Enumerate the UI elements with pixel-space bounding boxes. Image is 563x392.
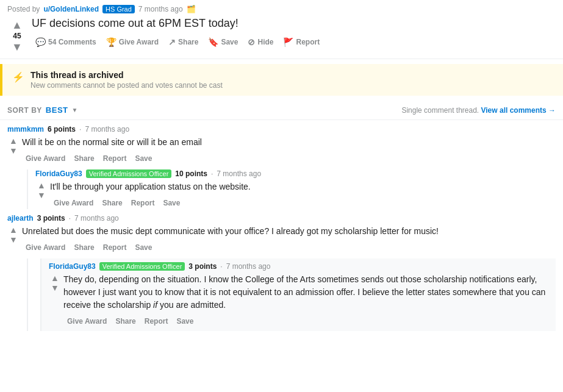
report-button[interactable]: Report (99, 152, 131, 165)
comment-points: 6 points (48, 125, 76, 134)
comment-content: It'll be through your application status… (50, 180, 556, 209)
commenter-username[interactable]: mmmkmm (7, 125, 44, 134)
share-button[interactable]: ↗ Share (165, 35, 202, 49)
comment-downvote-button[interactable]: ▼ (37, 190, 46, 200)
commenter-username[interactable]: ajlearth (7, 214, 34, 223)
comments-button[interactable]: 💬 54 Comments (32, 35, 100, 49)
comment-text: It'll be through your application status… (50, 180, 556, 193)
comment-upvote-button[interactable]: ▲ (9, 225, 18, 235)
award-icon: 🏆 (106, 37, 117, 47)
comment-points: 3 points (37, 214, 65, 223)
sort-by-label: SORT BY (7, 106, 42, 115)
comment-actions: Give Award Share Report Save (63, 315, 556, 327)
sort-left: SORT BY BEST ▼ (7, 105, 78, 115)
save-icon: 🗂️ (187, 5, 196, 13)
comment-separator: · (211, 169, 213, 178)
comment-vote: ▲ ▼ (49, 273, 61, 327)
comment-time: 7 months ago (85, 125, 129, 134)
comment-header: FloridaGuy83 Verified Admissions Officer… (35, 169, 556, 178)
commenter-username[interactable]: FloridaGuy83 (49, 262, 96, 271)
comment-points: 10 points (175, 169, 207, 178)
verified-badge: Verified Admissions Officer (99, 262, 185, 271)
post-title: UF decisions come out at 6PM EST today! (32, 17, 556, 30)
post-author[interactable]: u/GoldenLinked (43, 5, 99, 13)
comment-content: They do, depending on the situation. I k… (63, 273, 556, 327)
share-button[interactable]: Share (70, 241, 98, 254)
comment-actions: Give Award Share Report Save (22, 152, 556, 165)
share-button[interactable]: Share (98, 197, 126, 209)
comment-text: Unrelated but does the music dept commun… (22, 225, 556, 238)
sort-value[interactable]: BEST (46, 105, 68, 115)
comments-section: mmmkmm 6 points · 7 months ago ▲ ▼ Will … (0, 120, 563, 341)
post-upvote-button[interactable]: ▲ (10, 18, 24, 32)
comment-thread: FloridaGuy83 Verified Admissions Officer… (27, 258, 556, 331)
save-button[interactable]: Save (131, 152, 156, 165)
report-button[interactable]: Report (99, 241, 131, 254)
comment-vote: ▲ ▼ (35, 180, 48, 209)
hide-button[interactable]: ⊘ Hide (244, 35, 277, 49)
commenter-username[interactable]: FloridaGuy83 (35, 169, 82, 178)
save-label: Save (221, 38, 238, 46)
comment-content: Will it be on the normal site or will it… (22, 136, 556, 209)
comment-body: ▲ ▼ Unrelated but does the music dept co… (7, 225, 556, 331)
comment-time: 7 months ago (74, 214, 119, 223)
comment-actions: Give Award Share Report Save (50, 197, 556, 209)
nested-comment: FloridaGuy83 Verified Admissions Officer… (35, 169, 556, 209)
report-button[interactable]: 🚩 Report (279, 35, 323, 49)
comment: mmmkmm 6 points · 7 months ago ▲ ▼ Will … (7, 125, 556, 209)
comments-label: 54 Comments (48, 38, 96, 46)
save-button[interactable]: Save (131, 241, 156, 254)
give-award-button[interactable]: Give Award (50, 197, 97, 209)
comment-separator: · (69, 214, 71, 223)
give-award-label: Give Award (119, 38, 159, 46)
comment-time: 7 months ago (226, 262, 271, 271)
comment-header: ajlearth 3 points · 7 months ago (7, 214, 556, 223)
save-icon: 🔖 (208, 37, 218, 47)
view-all-comments-link[interactable]: View all comments → (481, 106, 556, 115)
give-award-button[interactable]: Give Award (22, 241, 69, 254)
comment-upvote-button[interactable]: ▲ (37, 180, 46, 190)
comment-upvote-button[interactable]: ▲ (9, 136, 18, 146)
give-award-button[interactable]: 🏆 Give Award (102, 35, 162, 49)
comment-body: ▲ ▼ They do, depending on the situation.… (49, 273, 556, 327)
comment-vote: ▲ ▼ (7, 225, 20, 331)
comment-header: mmmkmm 6 points · 7 months ago (7, 125, 556, 134)
comment-downvote-button[interactable]: ▼ (9, 146, 18, 155)
sort-dropdown-icon[interactable]: ▼ (72, 107, 78, 113)
comment-upvote-button[interactable]: ▲ (50, 273, 60, 283)
comment-actions: Give Award Share Report Save (22, 241, 556, 254)
share-icon: ↗ (168, 37, 176, 47)
report-button[interactable]: Report (127, 197, 159, 209)
nested-comment: FloridaGuy83 Verified Admissions Officer… (40, 258, 556, 331)
archive-subtitle: New comments cannot be posted and votes … (30, 81, 223, 90)
comment-points: 3 points (188, 262, 217, 271)
comment: ajlearth 3 points · 7 months ago ▲ ▼ Unr… (7, 214, 556, 331)
save-button[interactable]: 🔖 Save (204, 35, 242, 49)
comments-icon: 💬 (35, 37, 46, 47)
verified-badge: Verified Admissions Officer (86, 169, 172, 178)
posted-by-label: Posted by (7, 5, 40, 13)
single-thread-label: Single comment thread. (401, 106, 479, 115)
comment-text: They do, depending on the situation. I k… (63, 273, 556, 312)
post-time: 7 months ago (138, 5, 183, 13)
comment-separator: · (220, 262, 222, 271)
comment-downvote-button[interactable]: ▼ (9, 235, 18, 244)
comment-vote: ▲ ▼ (7, 136, 20, 209)
post-flair: HS Grad (102, 5, 135, 13)
report-button[interactable]: Report (141, 315, 172, 327)
save-button[interactable]: Save (173, 315, 197, 327)
archive-icon: ⚡ (12, 71, 24, 83)
comment-downvote-button[interactable]: ▼ (50, 283, 60, 293)
share-button[interactable]: Share (112, 315, 139, 327)
comment-content: Unrelated but does the music dept commun… (22, 225, 556, 331)
post-actions: 💬 54 Comments 🏆 Give Award ↗ Share 🔖 Sav… (32, 35, 556, 49)
comment-text: Will it be on the normal site or will it… (22, 136, 556, 149)
save-button[interactable]: Save (159, 197, 184, 209)
post-vote-count: 45 (13, 32, 21, 40)
give-award-button[interactable]: Give Award (63, 315, 110, 327)
post-downvote-button[interactable]: ▼ (10, 40, 24, 54)
comment-header: FloridaGuy83 Verified Admissions Officer… (49, 262, 556, 271)
archive-title: This thread is archived (30, 70, 223, 80)
share-button[interactable]: Share (70, 152, 98, 165)
give-award-button[interactable]: Give Award (22, 152, 69, 165)
